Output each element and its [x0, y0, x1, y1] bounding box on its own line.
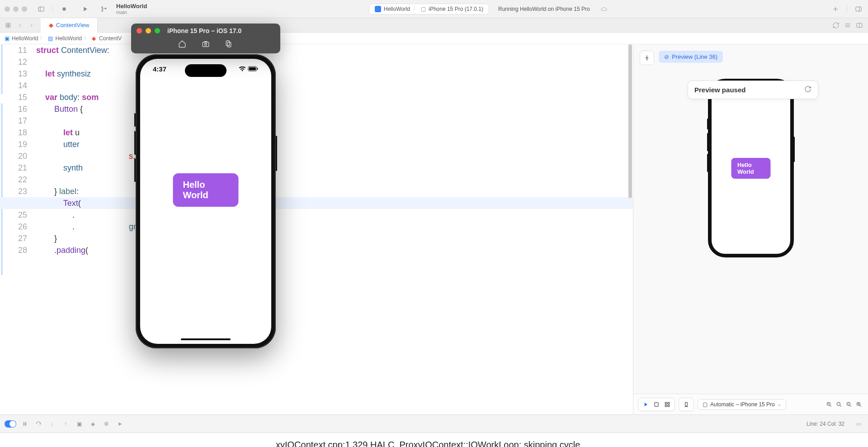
chevron-icon: 〉	[84, 34, 89, 42]
code-editor[interactable]: 111213141516171819202122232425262728 str…	[0, 44, 633, 414]
branch-icon[interactable]	[99, 4, 109, 14]
project-icon: ▣	[4, 35, 10, 42]
sim-fullscreen-button[interactable]	[155, 28, 160, 33]
toolbar-center: HelloWorld 〉 ▢ iPhone 15 Pro (17.0.1) Ru…	[151, 4, 827, 14]
svg-rect-23	[668, 405, 670, 407]
bc-file: ContentV	[99, 35, 122, 42]
vertical-scrollbar[interactable]	[628, 44, 632, 198]
simulator-device[interactable]: 4:37 Hello World	[136, 54, 276, 348]
svg-rect-40	[203, 42, 209, 47]
chevron-right-icon: 〉	[413, 5, 418, 13]
sim-home-button[interactable]	[177, 39, 187, 49]
variants-preview-button[interactable]	[663, 400, 672, 409]
selectable-preview-button[interactable]	[652, 400, 661, 409]
location-button[interactable]: ➤	[115, 419, 125, 429]
simulator-titlebar[interactable]: iPhone 15 Pro – iOS 17.0	[131, 24, 280, 53]
step-over-button[interactable]	[33, 419, 43, 429]
right-panel-toggle-icon[interactable]	[854, 4, 863, 14]
sim-screenshot-button[interactable]	[201, 39, 211, 49]
step-into-button[interactable]: ↓	[47, 419, 57, 429]
folder-icon: ▤	[47, 35, 53, 42]
sim-minimize-button[interactable]	[146, 28, 151, 33]
chevron-icon: 〉	[40, 34, 45, 42]
pin-preview-button[interactable]	[640, 51, 654, 65]
window-controls	[5, 6, 27, 12]
preview-paused-text: Preview paused	[694, 86, 745, 94]
svg-rect-46	[257, 67, 258, 70]
debug-toolbar: ↓ ↑ ▣ ◈ ⚙ ➤ Line: 24 Col: 32 ▭	[0, 414, 868, 433]
scheme-title: HelloWorld	[116, 3, 147, 10]
simulator-title: iPhone 15 Pro – iOS 17.0	[167, 27, 241, 34]
resume-preview-button[interactable]	[804, 86, 811, 94]
forward-button[interactable]: ›	[26, 20, 37, 31]
cloud-icon	[599, 4, 609, 14]
code-content[interactable]: struct ContentView: let synthesiz var bo…	[36, 44, 633, 256]
canvas-preview-panel: ⊘ Preview (Line 36) Preview paused Hello…	[633, 44, 868, 414]
build-status-text: Running HelloWorld on iPhone 15 Pro	[498, 6, 590, 12]
pause-debug-button[interactable]	[20, 419, 30, 429]
svg-rect-20	[665, 402, 667, 404]
preview-paused-banner: Preview paused	[688, 81, 818, 99]
zoom-actual-button[interactable]: 1	[844, 400, 854, 409]
battery-icon	[248, 65, 259, 73]
device-settings-icon	[682, 400, 691, 409]
stop-button[interactable]	[59, 4, 69, 14]
line-number-gutter: 111213141516171819202122232425262728	[0, 44, 32, 256]
home-indicator[interactable]	[181, 338, 231, 340]
svg-rect-21	[668, 402, 670, 404]
step-out-button[interactable]: ↑	[61, 419, 71, 429]
environment-button[interactable]: ⚙	[101, 419, 111, 429]
fullscreen-window-button[interactable]	[22, 6, 27, 12]
live-preview-button[interactable]	[641, 400, 650, 409]
memory-graph-button[interactable]: ◈	[88, 419, 98, 429]
tab-contentview[interactable]: ◆ ContentView	[41, 18, 98, 33]
bc-folder: HelloWorld	[55, 35, 81, 42]
simulator-screen[interactable]: 4:37 Hello World	[140, 59, 271, 344]
left-panel-toggle-icon[interactable]	[36, 4, 46, 14]
scheme-device-label: iPhone 15 Pro (17.0.1)	[429, 6, 483, 12]
svg-rect-0	[38, 7, 44, 11]
swift-file-icon: ◆	[91, 35, 97, 42]
simulator-window[interactable]: iPhone 15 Pro – iOS 17.0	[131, 24, 280, 53]
preview-device-selector[interactable]: ▢ Automatic – iPhone 15 Pro ⌄	[698, 399, 786, 410]
editor-options-icon[interactable]	[843, 20, 853, 30]
console-output[interactable]: xyIOContext.cpp:1,329 HALC_ProxyIOContex…	[0, 433, 868, 447]
app-hello-button[interactable]: Hello World	[173, 173, 239, 207]
breadcrumb[interactable]: ▣ HelloWorld 〉 ▤ HelloWorld 〉 ◆ ContentV	[0, 33, 868, 44]
add-button[interactable]	[830, 4, 840, 14]
related-items-icon[interactable]	[3, 20, 14, 31]
device-settings-button[interactable]	[679, 398, 694, 411]
sim-rotate-button[interactable]	[224, 39, 234, 49]
zoom-out-button[interactable]	[825, 400, 834, 409]
minimize-window-button[interactable]	[13, 6, 19, 12]
svg-rect-39	[25, 422, 26, 426]
zoom-in-button[interactable]	[854, 400, 863, 409]
app-icon	[375, 6, 381, 12]
scheme-app-label: HelloWorld	[384, 6, 410, 12]
debug-view-button[interactable]: ▣	[74, 419, 84, 429]
refresh-icon[interactable]	[831, 20, 841, 30]
preview-location-badge[interactable]: ⊘ Preview (Line 36)	[659, 51, 723, 63]
device-icon: ▢	[703, 401, 708, 408]
svg-point-4	[102, 10, 103, 11]
assistant-editor-icon[interactable]	[854, 20, 864, 30]
scheme-destination-pill[interactable]: HelloWorld 〉 ▢ iPhone 15 Pro (17.0.1)	[369, 4, 489, 14]
preview-badge-text: Preview (Line 36)	[672, 53, 717, 60]
svg-rect-42	[227, 42, 231, 47]
run-button[interactable]	[80, 4, 90, 14]
scheme-selector[interactable]: HelloWorld main	[116, 3, 147, 15]
back-button[interactable]: ‹	[14, 20, 25, 31]
zoom-fit-button[interactable]	[835, 400, 844, 409]
breakpoints-toggle[interactable]	[5, 420, 16, 428]
svg-rect-13	[9, 25, 10, 27]
svg-line-37	[860, 405, 861, 406]
close-window-button[interactable]	[5, 6, 10, 12]
minimap-toggle-icon[interactable]: ▭	[854, 419, 863, 429]
preview-canvas[interactable]: Preview paused Hello World	[633, 65, 868, 394]
sim-close-button[interactable]	[137, 28, 142, 33]
dynamic-island	[185, 64, 226, 77]
main-split: 111213141516171819202122232425262728 str…	[0, 44, 868, 414]
preview-badge-icon: ⊘	[664, 53, 669, 60]
preview-hello-button: Hello World	[731, 158, 770, 179]
svg-rect-45	[249, 67, 256, 71]
